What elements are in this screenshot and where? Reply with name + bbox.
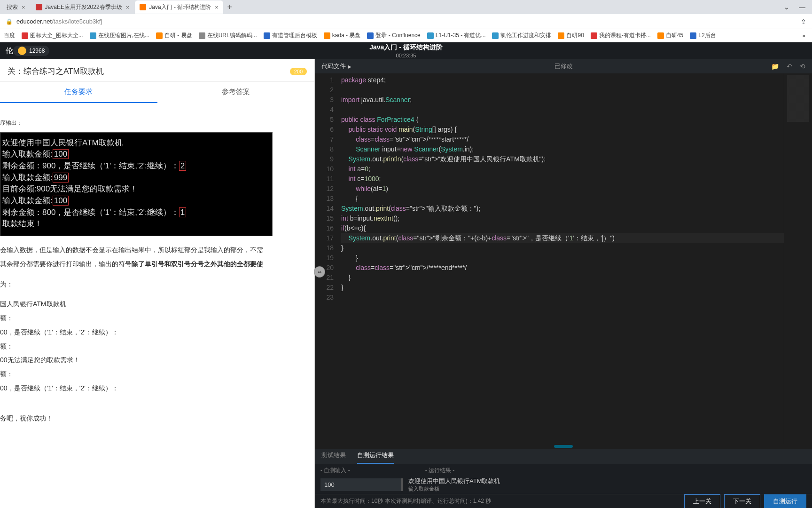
tab-answer[interactable]: 参考答案: [157, 82, 315, 103]
bookmark-item[interactable]: 在线URL编码解码...: [199, 32, 257, 40]
editor-header: 代码文件 ▶ 已修改 📁 ↶ ⟲: [315, 59, 812, 73]
bookmark-item[interactable]: 自研 - 易盘: [156, 32, 192, 40]
run-button[interactable]: 自测运行: [764, 494, 806, 508]
editor-panel: 代码文件 ▶ 已修改 📁 ↶ ⟲ 12345678910111213141516…: [315, 59, 812, 508]
line-gutter: 1234567891011121314151617181920212223: [315, 73, 338, 444]
bookmark-item[interactable]: 百度: [4, 32, 15, 40]
url-text[interactable]: educoder.net/tasks/iote5cub3kfj: [16, 18, 102, 25]
bookmark-item[interactable]: 登录 - Confluence: [367, 32, 420, 40]
bookmark-icon: [492, 32, 499, 39]
bookmark-item[interactable]: kada - 易盘: [324, 32, 361, 40]
label-input: - 自测输入 -: [320, 467, 350, 475]
app-title: Java入门 - 循环结构进阶 00:23:35: [369, 43, 443, 58]
address-bar: 🔒 educoder.net/tasks/iote5cub3kfj ⇪: [0, 14, 812, 29]
bookmark-item[interactable]: L2后台: [690, 32, 716, 40]
bookmark-icon: [367, 32, 374, 39]
minimize-icon[interactable]: —: [799, 3, 805, 11]
code-editor[interactable]: 1234567891011121314151617181920212223 pa…: [315, 73, 812, 444]
task-content[interactable]: 序输出： 欢迎使用中国人民银行ATM取款机输入取款金额:100剩余金额：900，…: [0, 103, 314, 508]
bookmark-icon: [264, 32, 270, 39]
task-text: 会输入数据，但是输入的数据不会显示在输出结果中，所以标红部分是我输入的部分，不需: [0, 245, 307, 256]
bookmark-item[interactable]: 图标大全_图标大全...: [22, 32, 83, 40]
editor-tab-label[interactable]: 代码文件: [321, 62, 346, 71]
bookmark-icon: [22, 32, 28, 39]
user-label[interactable]: 伦: [6, 46, 13, 56]
task-text: 00，是否继续（'1'：结束，'2'：继续）：: [0, 327, 307, 338]
minimap[interactable]: [784, 73, 812, 444]
footer-info: 本关最大执行时间：10秒 本次评测耗时(编译、运行总时间)：1.42 秒: [320, 497, 491, 505]
bookmark-item[interactable]: L1-U1-35 - 有道优...: [427, 32, 486, 40]
bookmark-item[interactable]: 凯伦工作进度和安排: [492, 32, 551, 40]
close-icon[interactable]: ×: [215, 4, 219, 11]
close-icon[interactable]: ×: [126, 4, 130, 11]
prev-button[interactable]: 上一关: [684, 494, 720, 508]
editor-footer: 本关最大执行时间：10秒 本次评测耗时(编译、运行总时间)：1.42 秒 上一关…: [315, 494, 812, 508]
test-output: 欢迎使用中国人民银行ATM取款机 输入取款金额: [403, 477, 506, 492]
task-text: 为：: [0, 279, 307, 290]
refresh-icon[interactable]: ⟲: [800, 63, 805, 70]
task-text: 务吧，祝你成功！: [0, 413, 307, 424]
test-input-value: 100: [320, 478, 403, 491]
browser-tab-active[interactable]: Java入门 - 循环结构进阶 ×: [135, 0, 223, 14]
bookmarks-overflow-icon[interactable]: »: [802, 32, 808, 39]
main-layout: 关：综合练习之ATM取款机 200 任务要求 参考答案 序输出： 欢迎使用中国人…: [0, 59, 812, 508]
bookmark-icon: [690, 32, 696, 39]
browser-tab[interactable]: 搜索 ×: [2, 0, 30, 14]
task-text: 额：: [0, 341, 307, 352]
tab-label: Java入门 - 循环结构进阶: [149, 3, 211, 11]
bookmark-item[interactable]: 在线压缩图片,在线...: [90, 32, 149, 40]
modified-label: 已修改: [554, 62, 573, 71]
next-button[interactable]: 下一关: [724, 494, 760, 508]
bookmark-icon: [591, 32, 597, 39]
play-icon[interactable]: ▶: [348, 64, 351, 69]
share-icon[interactable]: ⇪: [801, 18, 806, 25]
coin-icon: [18, 47, 26, 55]
label-output: - 运行结果 -: [425, 467, 455, 475]
tab-test-result[interactable]: 测试结果: [321, 451, 346, 464]
new-tab-button[interactable]: +: [224, 2, 235, 12]
task-tabs: 任务要求 参考答案: [0, 82, 314, 103]
bookmark-icon: [427, 32, 434, 39]
bookmark-item[interactable]: 自研90: [558, 32, 584, 40]
bookmark-item[interactable]: 我的课程-有道卡搭...: [591, 32, 651, 40]
panel-drag-handle[interactable]: [315, 444, 812, 449]
task-panel: 关：综合练习之ATM取款机 200 任务要求 参考答案 序输出： 欢迎使用中国人…: [0, 59, 315, 508]
tab-selftest-result[interactable]: 自测运行结果: [357, 451, 394, 464]
folder-icon[interactable]: 📁: [771, 63, 779, 70]
tab-requirements[interactable]: 任务要求: [0, 82, 157, 103]
task-title: 关：综合练习之ATM取款机: [8, 66, 104, 77]
course-title: Java入门 - 循环结构进阶: [369, 43, 443, 52]
undo-icon[interactable]: ↶: [787, 63, 792, 70]
app-header: 伦 12968 Java入门 - 循环结构进阶 00:23:35: [0, 42, 812, 59]
browser-tab[interactable]: JavaEE应用开发2022春季班级 ×: [31, 0, 134, 14]
dropdown-icon[interactable]: ⌄: [784, 3, 789, 11]
favicon-icon: [140, 4, 146, 10]
bookmark-icon: [324, 32, 330, 39]
timer: 00:23:35: [369, 53, 443, 58]
terminal-sample: 欢迎使用中国人民银行ATM取款机输入取款金额:100剩余金额：900，是否继续（…: [0, 132, 273, 236]
task-header: 关：综合练习之ATM取款机 200: [0, 59, 314, 82]
task-text: 00，是否继续（'1'：结束，'2'：继续）：: [0, 383, 307, 394]
bookmark-icon: [90, 32, 96, 39]
bookmark-item[interactable]: 自研45: [657, 32, 683, 40]
bookmarks-bar: 百度 图标大全_图标大全... 在线压缩图片,在线... 自研 - 易盘 在线U…: [0, 29, 812, 42]
task-text: 其余部分都需要你进行打印输出，输出的符号除了单引号和双引号分号之外其他的全都要使: [0, 259, 307, 270]
bookmark-item[interactable]: 有道管理后台模板: [264, 32, 317, 40]
panel-resize-handle[interactable]: ⇔: [314, 266, 325, 278]
code-area[interactable]: package step4; import java.util.Scanner;…: [338, 73, 784, 444]
favicon-icon: [36, 4, 42, 10]
bookmark-icon: [156, 32, 163, 39]
task-text: 额：: [0, 369, 307, 380]
tab-label: JavaEE应用开发2022春季班级: [45, 3, 122, 11]
task-text: 国人民银行ATM取款机: [0, 299, 307, 310]
lock-icon[interactable]: 🔒: [6, 18, 13, 25]
window-controls: ⌄ —: [784, 3, 810, 11]
coins-badge[interactable]: 12968: [13, 46, 49, 56]
bookmark-icon: [657, 32, 664, 39]
task-text: 00无法满足您的取款需求！: [0, 355, 307, 366]
tab-label: 搜索: [7, 3, 18, 11]
section-heading: 序输出：: [0, 118, 307, 127]
close-icon[interactable]: ×: [22, 4, 25, 11]
browser-tab-strip: 搜索 × JavaEE应用开发2022春季班级 × Java入门 - 循环结构进…: [0, 0, 812, 14]
bookmark-icon: [558, 32, 564, 39]
